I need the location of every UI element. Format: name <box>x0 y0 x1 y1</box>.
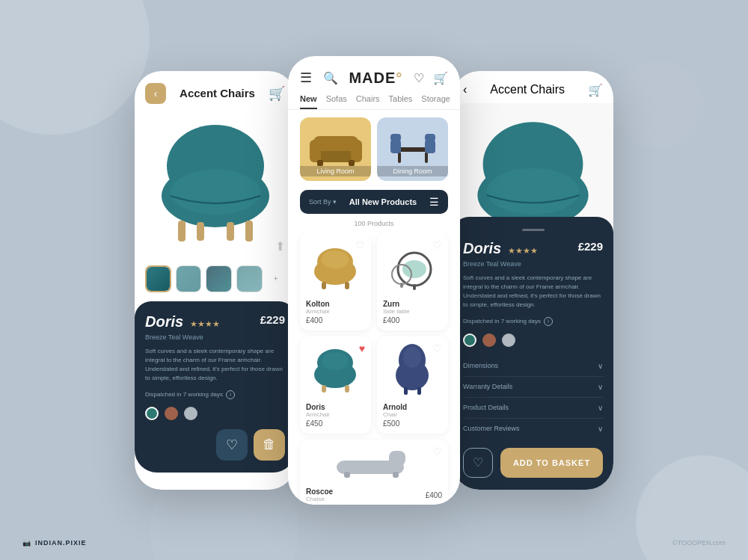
heart-icon-center[interactable]: ♡ <box>414 71 424 85</box>
add-wishlist-button-right[interactable]: ♡ <box>463 448 493 478</box>
svg-rect-12 <box>349 160 355 166</box>
svg-rect-3 <box>178 221 186 241</box>
thumbnail-2[interactable] <box>176 265 202 292</box>
wish-icon-kolton[interactable]: ♡ <box>355 239 365 251</box>
product-card-name-zurn: Zurn <box>383 300 442 308</box>
tab-chairs[interactable]: Chairs <box>356 94 380 109</box>
back-button-left[interactable]: ‹ <box>145 83 166 104</box>
add-basket-button[interactable]: ADD TO BASKET <box>500 448 603 478</box>
products-grid: ♡ Kolton Armchair £400 ♡ <box>288 233 460 505</box>
back-button-right[interactable]: ‹ <box>463 83 467 96</box>
category-living-room[interactable]: Living Room <box>300 117 371 181</box>
cart-icon-left[interactable]: 🛒 <box>269 85 285 102</box>
color-brown-left[interactable] <box>165 407 178 420</box>
doris-illustration <box>311 346 360 395</box>
product-card-name-arnold: Arnold <box>383 403 442 411</box>
color-teal-right[interactable] <box>463 333 476 347</box>
cart-icon-center[interactable]: 🛒 <box>433 71 448 85</box>
dining-illustration <box>383 126 443 171</box>
detail-reviews[interactable]: Customer Reviews ∨ <box>463 419 603 439</box>
product-card-roscoe[interactable]: ♡ Roscoe Chaise £400 <box>300 440 448 505</box>
svg-rect-29 <box>400 283 403 288</box>
product-card-price-arnold: £500 <box>383 419 442 428</box>
phone-right: ‹ Accent Chairs 🛒 Doris <box>453 71 613 490</box>
color-options-left <box>145 407 285 420</box>
dispatch-info-right: Dispatched in 7 working days i <box>463 317 603 326</box>
wish-icon-arnold[interactable]: ♡ <box>432 342 442 354</box>
color-gray-left[interactable] <box>184 407 197 420</box>
products-count: 100 Products <box>288 220 460 227</box>
detail-dimensions[interactable]: Dimensions ∨ <box>463 356 603 377</box>
living-room-label: Living Room <box>300 166 371 176</box>
tab-storage[interactable]: Storage <box>421 94 450 109</box>
product-card-zurn[interactable]: ♡ Zurn Side table £400 <box>377 233 448 330</box>
svg-rect-17 <box>390 134 401 141</box>
svg-rect-9 <box>310 140 321 162</box>
product-name-stars-left: Doris ★★★★ <box>145 313 220 330</box>
color-brown-right[interactable] <box>482 333 496 347</box>
svg-rect-41 <box>389 451 405 466</box>
wish-icon-roscoe[interactable]: ♡ <box>432 446 442 458</box>
dispatch-info-icon[interactable]: i <box>226 390 235 399</box>
left-header: ‹ Accent Chairs 🛒 <box>135 71 295 110</box>
svg-rect-42 <box>344 472 350 478</box>
branding: 📷 INDIAN.PIXIE <box>22 539 87 547</box>
category-dining-room[interactable]: Dining Room <box>377 117 448 181</box>
detail-product[interactable]: Product Details ∨ <box>463 398 603 419</box>
product-panel-right: Doris ★★★★ £229 Breeze Teal Weave Soft c… <box>453 217 613 490</box>
cart-icon-right[interactable]: 🛒 <box>588 83 603 97</box>
color-gray-right[interactable] <box>502 333 515 347</box>
wish-icon-zurn[interactable]: ♡ <box>432 239 442 251</box>
product-card-doris[interactable]: ♥ Doris Armchair £450 <box>300 336 371 434</box>
hamburger-icon[interactable]: ☰ <box>300 70 312 86</box>
product-panel-left: Doris ★★★★ £229 Breeze Teal Weave Soft c… <box>135 301 295 473</box>
share-icon-left[interactable]: ⬆ <box>275 239 285 253</box>
filter-title: All New Products <box>349 197 417 206</box>
thumbnail-4[interactable] <box>236 265 263 292</box>
product-card-img-doris <box>306 342 365 399</box>
tab-tables[interactable]: Tables <box>389 94 413 109</box>
svg-rect-16 <box>390 140 401 153</box>
product-name-right: Doris <box>463 240 501 256</box>
thumbnail-1[interactable] <box>145 265 171 292</box>
svg-rect-15 <box>425 152 428 163</box>
product-desc-right: Soft curves and a sleek contemporary sha… <box>463 274 603 310</box>
product-card-sub-doris: Armchair <box>306 411 365 418</box>
action-buttons-left: ♡ 🗑 <box>145 429 285 461</box>
nav-tabs: New Sofas Chairs Tables Storage Beds <box>288 94 460 110</box>
svg-rect-10 <box>351 140 362 162</box>
svg-rect-19 <box>425 134 435 141</box>
svg-rect-33 <box>322 385 326 393</box>
thumbnail-3[interactable] <box>206 265 232 292</box>
sofa-illustration <box>306 129 366 170</box>
svg-rect-38 <box>404 387 408 395</box>
svg-point-2 <box>171 170 260 215</box>
phone-center: ☰ 🔍 MADE° ♡ 🛒 New Sofas Chairs Tables St… <box>288 56 460 505</box>
product-card-kolton[interactable]: ♡ Kolton Armchair £400 <box>300 233 371 330</box>
basket-button-left[interactable]: 🗑 <box>254 429 285 461</box>
header-right-icons: ♡ 🛒 <box>414 71 448 85</box>
tab-sofas[interactable]: Sofas <box>326 94 347 109</box>
arnold-illustration <box>392 344 433 396</box>
svg-rect-4 <box>197 222 204 241</box>
product-card-arnold[interactable]: ♡ Arnold Chair £500 <box>377 336 448 434</box>
search-icon-center[interactable]: 🔍 <box>323 71 338 85</box>
product-card-price-roscoe: £400 <box>426 491 442 499</box>
bg-decoration-1 <box>0 0 150 135</box>
dispatch-info-icon-right[interactable]: i <box>544 317 553 326</box>
svg-rect-27 <box>413 284 416 290</box>
expand-details: Dimensions ∨ Warranty Details ∨ Product … <box>463 356 603 439</box>
svg-point-32 <box>322 352 349 370</box>
sort-by-label[interactable]: Sort By ▾ <box>309 198 337 206</box>
dining-room-label: Dining Room <box>377 166 448 176</box>
tab-beds[interactable]: Beds <box>459 94 460 109</box>
color-teal-left[interactable] <box>145 407 159 420</box>
filter-icon[interactable]: ☰ <box>429 196 439 208</box>
right-header: ‹ Accent Chairs 🛒 <box>453 71 613 103</box>
tab-new[interactable]: New <box>300 94 317 109</box>
wishlist-button-left[interactable]: ♡ <box>216 429 248 461</box>
detail-warranty[interactable]: Warranty Details ∨ <box>463 377 603 398</box>
svg-point-22 <box>322 250 349 268</box>
brand-text: INDIAN.PIXIE <box>35 539 87 547</box>
wish-icon-doris[interactable]: ♥ <box>359 342 365 354</box>
